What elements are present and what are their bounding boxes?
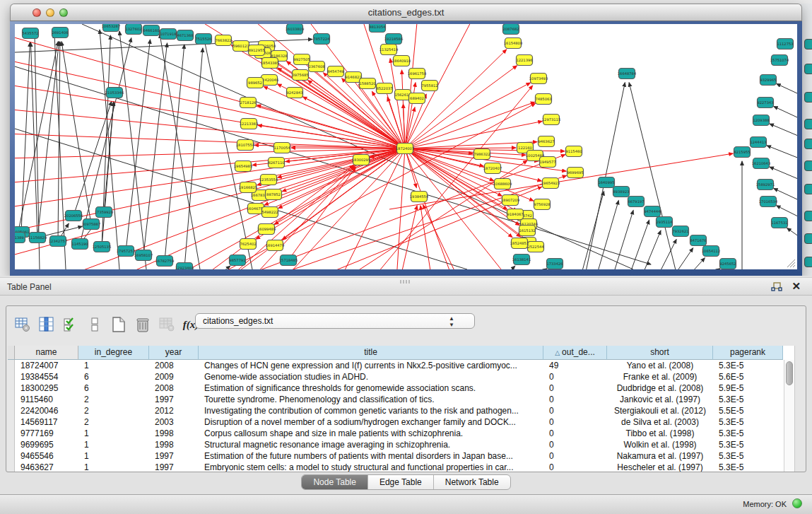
table-cell: 5.3E-5 (713, 360, 783, 371)
column-header-out_de[interactable]: △out_de... (543, 346, 607, 360)
table-cell: 2009 (149, 371, 199, 382)
new-table-button[interactable] (108, 314, 129, 335)
graph-node-label: 9857791 (229, 258, 245, 262)
node-table[interactable]: namein_degreeyeartitle△out_de...shortpag… (8, 346, 795, 472)
row-gutter-cell (8, 462, 15, 472)
tab-node-table[interactable]: Node Table (302, 475, 368, 489)
table-selector-value: citations_edges.txt (203, 316, 273, 326)
graph-node-label: 15751074 (770, 58, 789, 62)
column-header-name[interactable]: name (15, 346, 78, 360)
select-columns-button[interactable] (36, 314, 57, 335)
table-cell: 9115460 (15, 394, 78, 405)
trash-icon (134, 316, 151, 333)
table-panel-body: f(x) citations_edges.txt ▲▼ namein_degre… (6, 305, 806, 472)
table-cell: Corpus callosum shape and size in male p… (199, 428, 543, 439)
vertical-scrollbar[interactable] (784, 360, 794, 472)
graph-node-label: 1071918 (160, 32, 176, 36)
scrollbar-thumb[interactable] (786, 361, 793, 385)
table-cell: 9777169 (15, 428, 78, 439)
network-view-window[interactable]: citations_edges.txt 54355722691406106532… (10, 4, 802, 276)
table-cell: Stergiakouli et al. (2012) (607, 405, 713, 416)
table-cell: 5.3E-5 (713, 439, 783, 450)
table-row[interactable]: 1456911722003Disruption of a novel membe… (8, 416, 784, 428)
citation-graph[interactable]: 5435572269140610653287132760264661601071… (15, 24, 797, 269)
table-row[interactable]: 969969511998Structural magnetic resonanc… (8, 439, 784, 450)
row-gutter-cell (8, 405, 15, 416)
table-row[interactable]: 946554611997Estimation of the future num… (8, 450, 784, 462)
table-cell: 2008 (149, 360, 199, 371)
tab-edge-table[interactable]: Edge Table (368, 475, 434, 489)
graph-node-label: 991389 (15, 235, 24, 240)
graph-node-label: 18107554 (236, 143, 255, 147)
row-check-button[interactable] (60, 314, 81, 335)
column-header-short[interactable]: short (607, 346, 713, 360)
table-cell: 2 (78, 394, 149, 405)
column-header-title[interactable]: title (199, 346, 543, 360)
table-row[interactable]: 1830029562008Estimation of significance … (8, 382, 784, 394)
column-header-year[interactable]: year (149, 346, 199, 360)
table-row[interactable]: 1872400712008Changes of HCN gene express… (8, 360, 784, 371)
graph-node-label: 20206556 (64, 214, 83, 218)
tab-network-table[interactable]: Network Table (434, 475, 510, 489)
table-selector-dropdown[interactable]: citations_edges.txt ▲▼ (195, 313, 475, 329)
graph-node-label: 19384554 (410, 194, 429, 199)
delete-table-button[interactable] (156, 314, 177, 335)
table-cell: 18300295 (15, 382, 78, 394)
table-rows: 1872400712008Changes of HCN gene express… (8, 360, 784, 472)
table-panel-header[interactable]: Table Panel ✕ (0, 277, 812, 296)
graph-node-label: 9146821 (345, 75, 361, 79)
graph-node-label: 1327602 (125, 27, 141, 31)
table-cell: 5.3E-5 (713, 416, 783, 428)
graph-node-label: 5498222 (261, 210, 278, 214)
table-cell: 2 (78, 416, 149, 428)
graph-node-label: 16154808 (504, 41, 522, 45)
graph-node-label: 9184067 (507, 212, 523, 216)
table-cell: 2003 (149, 416, 199, 428)
float-panel-icon[interactable] (771, 282, 782, 292)
graph-node-label: 5435572 (22, 31, 38, 35)
table-cell: 2 (78, 405, 149, 416)
graph-node-label: 1244413 (750, 140, 766, 144)
table-row[interactable]: 911546021997Tourette syndrome. Phenomeno… (8, 394, 784, 405)
merge-rows-button[interactable] (84, 314, 105, 335)
table-cell: Estimation of significance thresholds fo… (199, 382, 543, 394)
memory-ok-icon[interactable] (792, 498, 802, 508)
graph-node-label: 9699695 (567, 170, 583, 175)
background-graph-node (804, 119, 812, 129)
table-row[interactable]: 977716911998Corpus callosum shape and si… (8, 428, 784, 439)
table-cell: 2012 (149, 405, 199, 416)
graph-node-label: 1209388 (753, 118, 769, 122)
graph-node-label: 6466160 (143, 28, 159, 33)
graph-node-label: 8912955 (248, 48, 264, 52)
graph-node-label: 9115460 (565, 149, 582, 153)
splitter-grip-icon[interactable] (400, 280, 411, 284)
graph-node-label: 16961758 (408, 71, 426, 76)
background-graph-node (804, 160, 812, 171)
table-cell: 0 (543, 394, 607, 405)
column-header-in_degree[interactable]: in_degree (78, 346, 149, 360)
delete-button[interactable] (132, 314, 153, 335)
window-titlebar[interactable]: citations_edges.txt (10, 4, 802, 21)
network-canvas[interactable]: 5435572269140610653287132760264661601071… (15, 24, 797, 269)
table-cell: Wolkin et al. (1998) (607, 439, 713, 450)
resize-grip-icon[interactable] (786, 258, 796, 268)
graph-node-label: 11325419 (379, 47, 398, 52)
column-header-pagerank[interactable]: pagerank (713, 346, 783, 360)
table-cell: de Silva et al. (2003) (607, 416, 713, 428)
table-settings-button[interactable] (12, 314, 33, 335)
table-row[interactable]: 1938455462009Genome-wide association stu… (8, 371, 784, 382)
table-cell: 1997 (149, 394, 199, 405)
table-cell: 0 (543, 450, 607, 462)
table-cell: Franke et al. (2009) (607, 371, 713, 382)
graph-node-label: 18907209 (501, 198, 519, 202)
graph-node-label: 11156829 (28, 235, 47, 240)
graph-node-label: 16914479 (266, 243, 284, 247)
table-row[interactable]: 2242004622012Investigating the contribut… (8, 405, 784, 416)
table-cell: Nakamura et al. (1997) (607, 450, 713, 462)
background-graph-node (804, 92, 812, 103)
graph-node-label: 1949577 (539, 160, 555, 164)
table-settings-icon (14, 316, 31, 333)
table-row[interactable]: 946362711997Embryonic stem cells: a mode… (8, 462, 784, 472)
close-panel-icon[interactable]: ✕ (792, 280, 801, 293)
table-cell: 14569117 (15, 416, 78, 428)
